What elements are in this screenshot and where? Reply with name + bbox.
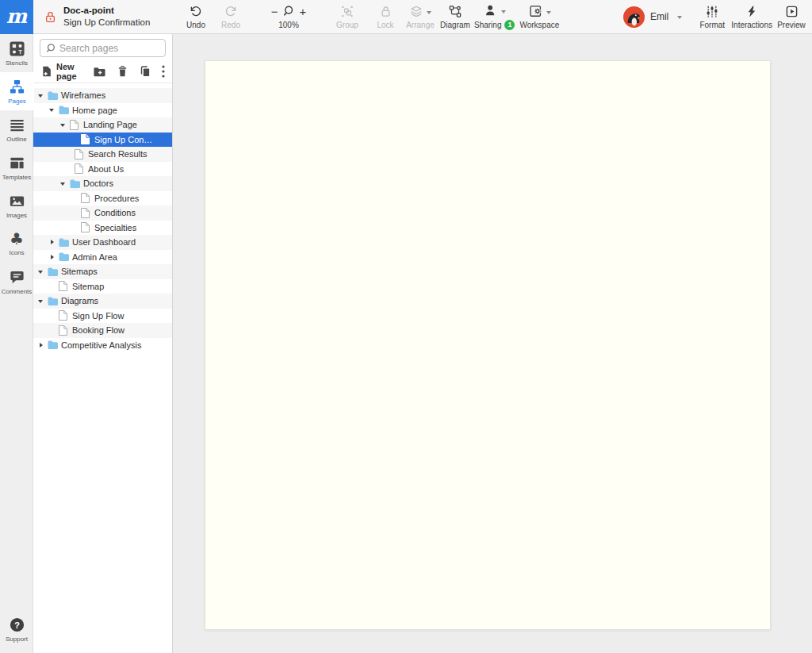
tree-row-label: Specialties: [94, 223, 136, 232]
outline-icon: [9, 117, 25, 133]
icons-club-icon: ♣: [10, 231, 24, 247]
tree-row-label: Wireframes: [61, 90, 105, 100]
collapse-arrow-icon[interactable]: [38, 91, 48, 100]
interactions-button[interactable]: Interactions: [730, 0, 774, 33]
tree-row-specialties[interactable]: Specialties: [33, 221, 172, 236]
workspace-caret-icon: [546, 11, 551, 17]
collapse-arrow-icon[interactable]: [38, 297, 48, 305]
tree-row-label: User Dashboard: [72, 237, 136, 247]
page-tree: WireframesHome pageLanding PageSign Up C…: [33, 83, 172, 352]
tree-row-search-results[interactable]: Search Results: [33, 147, 172, 162]
sidebar-label-stencils: Stencils: [6, 60, 28, 67]
group-icon: [340, 5, 354, 18]
page-icon: [81, 208, 94, 218]
tree-row-conditions[interactable]: Conditions: [33, 206, 172, 221]
undo-label: Undo: [186, 21, 205, 29]
group-button[interactable]: Group: [330, 0, 365, 33]
redo-button[interactable]: Redo: [213, 0, 248, 33]
tree-row-diagrams[interactable]: Diagrams: [33, 294, 172, 309]
sidebar-item-support[interactable]: ? Support: [0, 610, 33, 648]
search-input[interactable]: [40, 39, 166, 57]
artboard-page[interactable]: [205, 60, 771, 630]
diagram-button[interactable]: Diagram: [438, 0, 473, 33]
folder-icon: [59, 238, 71, 247]
preview-play-icon: [785, 5, 799, 18]
lock-button[interactable]: Lock: [368, 0, 403, 33]
page-icon: [75, 149, 87, 159]
tree-row-about-us[interactable]: About Us: [33, 162, 172, 177]
top-toolbar: m Doc-a-point Sign Up Confirmation Undo …: [0, 0, 812, 34]
sidebar-item-icons[interactable]: ♣ Icons: [0, 225, 33, 263]
zoom-control[interactable]: − + 100%: [266, 0, 311, 33]
collapse-arrow-icon[interactable]: [38, 267, 48, 276]
tree-row-wireframes[interactable]: Wireframes: [33, 88, 172, 103]
sidebar-item-outline[interactable]: Outline: [0, 110, 33, 148]
sidebar-label-templates: Templates: [2, 174, 31, 181]
arrange-caret-icon: [427, 11, 431, 17]
workspace-button[interactable]: Workspace: [518, 0, 561, 33]
tree-row-label: Procedures: [94, 194, 139, 203]
folder-icon: [48, 297, 60, 305]
lock-label: Lock: [377, 21, 393, 29]
folder-icon: [48, 91, 60, 100]
tree-row-home-page[interactable]: Home page: [33, 103, 172, 118]
tree-row-sitemaps[interactable]: Sitemaps: [33, 264, 172, 279]
left-icon-rail: T Stencils Pages Outline Templates Image…: [0, 34, 33, 653]
zoom-in-button[interactable]: +: [300, 6, 307, 17]
tree-row-label: Sitemap: [72, 282, 104, 291]
zoom-out-button[interactable]: −: [271, 6, 278, 17]
tree-row-competitive-analysis[interactable]: Competitive Analysis: [33, 338, 172, 353]
support-icon: ?: [9, 617, 25, 633]
tree-row-doctors[interactable]: Doctors: [33, 176, 172, 191]
collapse-arrow-icon[interactable]: [49, 106, 59, 114]
undo-button[interactable]: Undo: [178, 0, 213, 33]
tree-row-admin-area[interactable]: Admin Area: [33, 250, 172, 265]
tree-row-landing-page[interactable]: Landing Page: [33, 117, 172, 133]
tree-row-sign-up-con[interactable]: Sign Up Con…: [33, 133, 172, 148]
tree-row-booking-flow[interactable]: Booking Flow: [33, 323, 172, 338]
collapse-arrow-icon[interactable]: [60, 179, 70, 188]
document-info: Doc-a-point Sign Up Confirmation: [44, 0, 159, 33]
sidebar-item-images[interactable]: Images: [0, 186, 33, 225]
tree-row-sign-up-flow[interactable]: Sign Up Flow: [33, 309, 172, 324]
tree-row-label: Landing Page: [83, 120, 137, 129]
sidebar-label-outline: Outline: [6, 136, 26, 143]
sidebar-item-comments[interactable]: Comments: [0, 263, 33, 301]
user-menu[interactable]: Emil: [623, 0, 682, 33]
user-caret-icon: [677, 16, 682, 21]
arrange-button[interactable]: Arrange: [403, 0, 438, 33]
new-folder-button[interactable]: [93, 66, 106, 78]
duplicate-page-button[interactable]: [139, 65, 151, 78]
canvas-area[interactable]: [173, 34, 812, 653]
expand-arrow-icon[interactable]: [49, 240, 59, 244]
pages-icon: [9, 79, 25, 95]
app-logo[interactable]: m: [0, 0, 33, 34]
images-icon: [9, 193, 25, 209]
document-title[interactable]: Doc-a-point: [63, 5, 150, 17]
tree-row-label: Booking Flow: [72, 325, 124, 335]
tree-row-label: Sign Up Con…: [94, 135, 152, 144]
collapse-arrow-icon[interactable]: [60, 121, 70, 129]
redo-icon: [224, 5, 238, 18]
sidebar-item-pages[interactable]: Pages: [0, 72, 34, 110]
format-button[interactable]: Format: [695, 0, 730, 33]
magnifier-icon: [282, 5, 296, 18]
sidebar-item-stencils[interactable]: T Stencils: [0, 34, 33, 72]
group-label: Group: [336, 21, 358, 29]
tree-row-sitemap[interactable]: Sitemap: [33, 279, 172, 294]
page-toolbar: New page: [33, 60, 172, 83]
avatar: [623, 6, 645, 28]
tree-row-procedures[interactable]: Procedures: [33, 191, 172, 206]
expand-arrow-icon[interactable]: [38, 343, 48, 348]
expand-arrow-icon[interactable]: [49, 255, 59, 259]
tree-row-label: Conditions: [94, 208, 136, 217]
tree-row-user-dashboard[interactable]: User Dashboard: [33, 235, 172, 250]
new-page-button[interactable]: New page: [40, 62, 93, 81]
delete-page-button[interactable]: [117, 65, 128, 78]
sidebar-item-templates[interactable]: Templates: [0, 148, 33, 186]
more-options-button[interactable]: [162, 65, 165, 78]
sharing-button[interactable]: Sharing1: [473, 0, 516, 33]
zoom-level[interactable]: 100%: [278, 21, 299, 29]
interactions-lightning-icon: [745, 5, 758, 18]
preview-button[interactable]: Preview: [774, 0, 809, 33]
